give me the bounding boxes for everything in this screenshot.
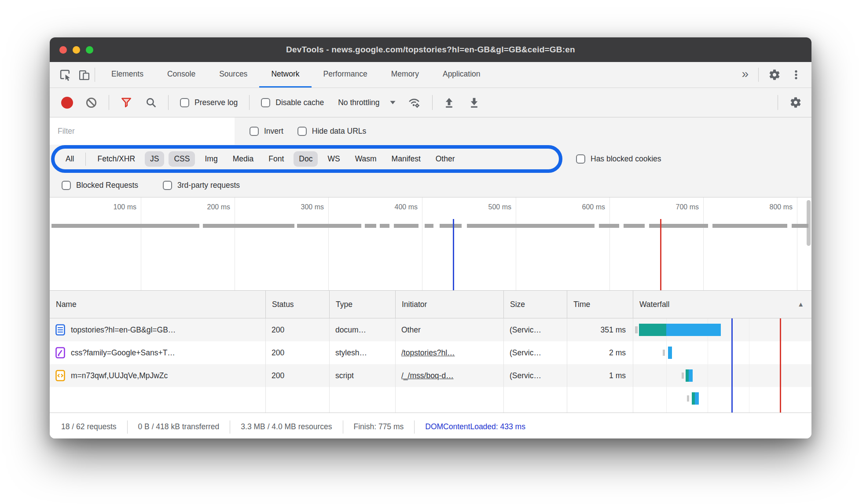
type-chip-css[interactable]: CSS (169, 151, 195, 167)
type-chip-all[interactable]: All (60, 151, 79, 167)
table-row[interactable]: css?family=Google+Sans+T… 200 stylesh… /… (50, 341, 811, 364)
network-settings-gear-icon[interactable] (789, 96, 802, 109)
close-button[interactable] (59, 46, 67, 54)
column-header-type[interactable]: Type (329, 291, 395, 318)
filter-toggle-icon[interactable] (121, 97, 132, 108)
sort-ascending-icon[interactable]: ▲ (797, 291, 804, 318)
waterfall-gridline (749, 318, 749, 413)
overview-activity-segment (380, 224, 389, 228)
table-row[interactable] (50, 387, 811, 410)
minimize-button[interactable] (73, 46, 80, 54)
disable-cache-checkbox[interactable] (261, 98, 270, 107)
column-header-status[interactable]: Status (265, 291, 329, 318)
settings-gear-icon[interactable] (768, 69, 781, 81)
filter-row: Invert Hide data URLs (50, 117, 811, 145)
column-header-name[interactable]: Name (50, 291, 265, 318)
overview-activity-segment (425, 224, 433, 228)
record-button[interactable] (61, 97, 73, 109)
script-icon (55, 370, 65, 381)
column-divider (395, 318, 396, 413)
overview-tick-label: 700 ms (643, 203, 699, 211)
overview-activity-segment (365, 224, 376, 228)
table-dcl-marker (731, 318, 733, 413)
clear-button[interactable] (85, 97, 97, 109)
type-chip-other[interactable]: Other (430, 151, 460, 167)
overview-scrollbar-thumb[interactable] (807, 200, 811, 246)
table-row[interactable]: topstories?hl=en-GB&gl=GB… 200 docum… Ot… (50, 318, 811, 341)
network-conditions-icon[interactable] (407, 96, 421, 109)
column-header-time[interactable]: Time (567, 291, 633, 318)
table-row[interactable]: m=n73qwf,UUJqVe,MpJwZc 200 script /_/mss… (50, 364, 811, 387)
waterfall-bar (639, 324, 666, 336)
type-chip-media[interactable]: Media (228, 151, 259, 167)
divider (414, 420, 415, 434)
tab-elements[interactable]: Elements (99, 62, 155, 88)
zoom-button[interactable] (86, 46, 93, 54)
column-header-waterfall[interactable]: Waterfall (633, 291, 811, 318)
inspect-element-button[interactable] (59, 69, 71, 81)
import-har-icon[interactable] (443, 97, 455, 109)
kebab-menu-icon[interactable] (790, 69, 802, 80)
initiator-link[interactable]: /_/mss/boq-d… (401, 371, 454, 380)
tab-network[interactable]: Network (259, 62, 311, 88)
type-chip-ws[interactable]: WS (322, 151, 345, 167)
invert-checkbox[interactable] (250, 127, 259, 136)
hide-data-urls-checkbox[interactable] (297, 127, 307, 136)
preserve-log-checkbox[interactable] (180, 98, 189, 107)
export-har-icon[interactable] (468, 97, 480, 109)
type-chip-wasm[interactable]: Wasm (350, 151, 382, 167)
divider (778, 95, 778, 110)
traffic-lights (59, 37, 93, 62)
device-toolbar-button[interactable] (78, 69, 90, 81)
request-name: css?family=Google+Sans+T… (71, 341, 175, 364)
throttling-select[interactable]: No throttling (338, 98, 379, 107)
tab-application[interactable]: Application (431, 62, 492, 88)
waterfall-bar (686, 369, 689, 382)
overview-gridline (328, 197, 329, 290)
blocked-requests-label: Blocked Requests (76, 181, 138, 190)
divider (85, 153, 86, 166)
overview-activity-segment (712, 224, 787, 228)
type-chip-doc[interactable]: Doc (294, 151, 318, 167)
size-cell: (Servic… (503, 364, 567, 387)
search-icon[interactable] (145, 97, 157, 108)
type-cell: script (329, 364, 395, 387)
initiator-link[interactable]: /topstories?hl… (401, 348, 455, 357)
overview-tick-label: 200 ms (175, 203, 230, 211)
tabbar: Elements Console Sources Network Perform… (50, 62, 811, 88)
transferred-summary: 0 B / 418 kB transferred (138, 422, 220, 431)
table-load-marker (780, 318, 781, 413)
column-header-size[interactable]: Size (503, 291, 567, 318)
timeline-overview[interactable]: 100 ms200 ms300 ms400 ms500 ms600 ms700 … (50, 197, 811, 291)
type-chip-js[interactable]: JS (145, 151, 164, 167)
divider (230, 420, 230, 434)
network-toolbar: Preserve log Disable cache No throttling (50, 88, 811, 117)
titlebar[interactable]: DevTools - news.google.com/topstories?hl… (50, 37, 811, 62)
more-tabs-chevron-icon[interactable]: » (742, 68, 749, 82)
tab-performance[interactable]: Performance (312, 62, 379, 88)
type-chip-fetch-xhr[interactable]: Fetch/XHR (92, 151, 140, 167)
blocked-requests-checkbox[interactable] (62, 181, 71, 190)
tab-memory[interactable]: Memory (379, 62, 431, 88)
waterfall-bar (635, 326, 638, 333)
overview-dcl-marker (453, 219, 454, 290)
third-party-checkbox[interactable] (163, 181, 172, 190)
tab-sources[interactable]: Sources (207, 62, 259, 88)
type-chip-manifest[interactable]: Manifest (386, 151, 426, 167)
requests-summary: 18 / 62 requests (61, 422, 117, 431)
type-chip-font[interactable]: Font (263, 151, 289, 167)
divider (127, 420, 128, 434)
overview-tick-label: 600 ms (550, 203, 605, 211)
overview-gridline (141, 197, 141, 290)
column-header-initiator[interactable]: Initiator (395, 291, 503, 318)
dropdown-caret-icon[interactable] (389, 100, 396, 105)
type-cell: docum… (329, 318, 395, 341)
tab-console[interactable]: Console (155, 62, 207, 88)
overview-activity-segment (649, 224, 708, 228)
type-chip-img[interactable]: Img (199, 151, 223, 167)
has-blocked-cookies-checkbox[interactable] (576, 154, 585, 164)
waterfall-bar (687, 395, 689, 402)
invert-label: Invert (264, 127, 283, 136)
filter-input[interactable] (50, 117, 235, 145)
initiator-cell: Other (395, 318, 503, 341)
